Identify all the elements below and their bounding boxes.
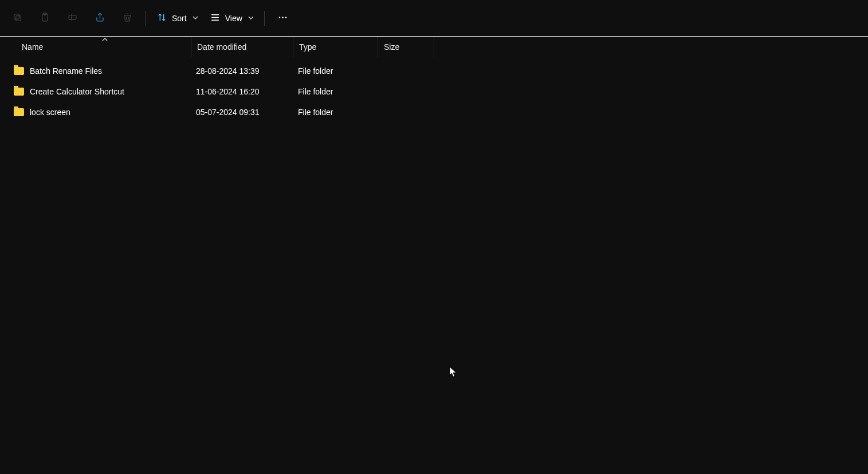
copy-icon — [12, 12, 23, 25]
svg-point-6 — [282, 17, 284, 18]
item-name: Create Calculator Shortcut — [30, 87, 124, 96]
list-item[interactable]: Create Calculator Shortcut 11-06-2024 16… — [0, 81, 868, 102]
view-button[interactable]: View — [205, 7, 258, 30]
sort-button[interactable]: Sort — [152, 7, 203, 30]
delete-button[interactable] — [115, 7, 140, 30]
trash-icon — [122, 12, 133, 25]
item-name: Batch Rename Files — [30, 66, 102, 76]
view-label: View — [225, 14, 242, 23]
sort-label: Sort — [172, 14, 187, 23]
svg-rect-1 — [14, 14, 19, 19]
item-date: 28-08-2024 13:39 — [191, 66, 293, 76]
item-type: File folder — [293, 66, 378, 76]
chevron-down-icon — [248, 14, 254, 22]
column-header-date-modified[interactable]: Date modified — [191, 37, 293, 57]
rename-button[interactable] — [60, 7, 85, 30]
item-type: File folder — [293, 108, 378, 117]
view-icon — [210, 12, 221, 25]
column-header-name[interactable]: Name — [0, 37, 191, 57]
share-button[interactable] — [87, 7, 112, 30]
chevron-down-icon — [193, 14, 198, 22]
item-type: File folder — [293, 87, 378, 96]
svg-rect-4 — [69, 15, 76, 19]
cut-button[interactable] — [5, 7, 30, 30]
svg-point-5 — [279, 17, 281, 18]
toolbar: Sort View — [0, 0, 868, 37]
item-name: lock screen — [30, 108, 70, 117]
svg-rect-0 — [15, 15, 21, 21]
paste-button[interactable] — [32, 7, 57, 30]
share-icon — [95, 12, 105, 25]
folder-icon — [14, 88, 24, 96]
list-item[interactable]: Batch Rename Files 28-08-2024 13:39 File… — [0, 61, 868, 81]
folder-icon — [14, 67, 24, 75]
svg-point-7 — [285, 17, 287, 18]
toolbar-separator — [264, 11, 265, 26]
item-date: 05-07-2024 09:31 — [191, 108, 293, 117]
sort-asc-indicator — [102, 37, 108, 43]
file-list: Batch Rename Files 28-08-2024 13:39 File… — [0, 57, 868, 123]
item-date: 11-06-2024 16:20 — [191, 87, 293, 96]
column-headers: Name Date modified Type Size — [0, 37, 868, 57]
rename-icon — [67, 12, 78, 25]
folder-icon — [14, 108, 24, 116]
more-button[interactable] — [270, 7, 296, 30]
mouse-cursor — [449, 366, 457, 380]
column-header-type[interactable]: Type — [293, 37, 378, 57]
more-icon — [277, 12, 288, 25]
list-item[interactable]: lock screen 05-07-2024 09:31 File folder — [0, 102, 868, 123]
column-header-size[interactable]: Size — [378, 37, 434, 57]
clipboard-icon — [40, 12, 50, 25]
sort-icon — [156, 12, 167, 25]
toolbar-separator — [146, 11, 146, 26]
